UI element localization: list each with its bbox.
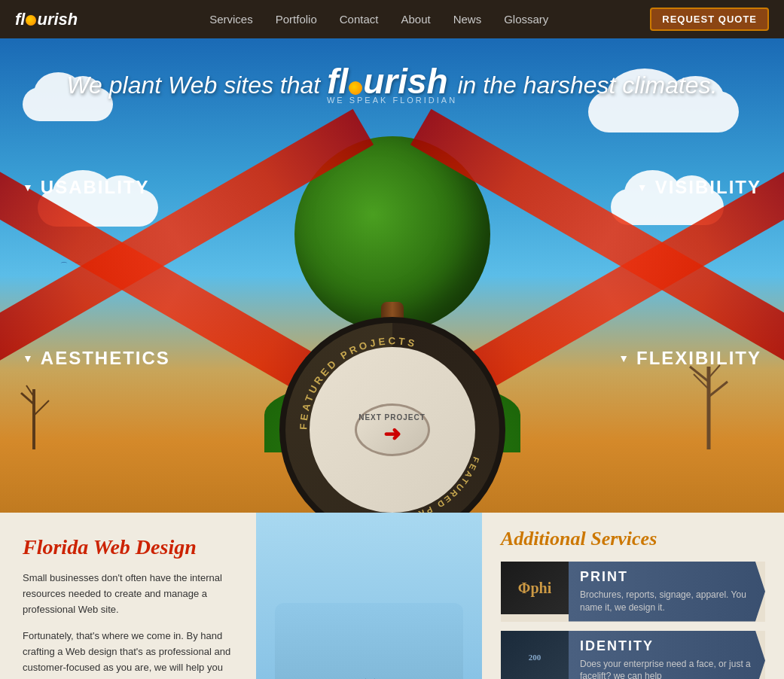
chevron-visibility: ▼ [637,181,649,193]
identity-icon: 200 [526,650,545,665]
chevron-flexibility: ▼ [618,352,630,364]
usability-label: USABILITY [41,177,150,198]
print-thumbnail: Φphi [501,562,569,614]
svg-line-2 [34,400,49,416]
navigation: flurish Services Portfolio Contact About… [0,0,784,38]
next-project-button[interactable]: NEXT PROJECT ➜ [355,403,430,456]
nav-news[interactable]: News [453,13,482,26]
florida-paragraph-2: Fortunately, that's where we come in. By… [23,629,233,679]
chevron-usability: ▼ [23,181,35,193]
logo[interactable]: flurish [15,10,78,29]
florida-section: Florida Web Design Small businesses don'… [0,513,256,679]
nav-portfolio[interactable]: Portfolio [276,13,317,26]
ribbon-usability[interactable]: ▼ USABILITY [23,167,150,208]
featured-project-image-section: Chi✕Phi [256,513,482,679]
aesthetics-label: AESTHETICS [41,348,170,369]
ribbon-aesthetics[interactable]: ▼ AESTHETICS [23,338,170,379]
ribbon-flexibility[interactable]: ▼ FLEXIBILITY [618,338,761,379]
print-icon: Φphi [518,580,551,597]
nav-glossary[interactable]: Glossary [504,13,548,26]
print-service-desc: Brochures, reports, signage, apparel. Yo… [580,589,754,614]
nav-about[interactable]: About [401,13,430,26]
chevron-aesthetics: ▼ [23,352,35,364]
project-thumbnail: Chi✕Phi [275,603,463,679]
headline-before: We plant Web sites that [66,72,320,99]
service-card-print[interactable]: Φphi PRINT Brochures, reports, signage, … [501,562,765,622]
print-service-content: PRINT Brochures, reports, signage, appar… [569,562,765,622]
visibility-label: VISIBILITY [655,177,761,198]
flexibility-label: FLEXIBILITY [636,348,761,369]
svg-line-6 [709,382,728,397]
additional-title: Additional Services [501,528,765,550]
hero-section: ⌒ ⌒ ⌒ We plant Web sites that flurish in… [0,38,784,513]
identity-service-content: IDENTITY Does your enterprise need a fac… [569,631,765,679]
hero-headline: We plant Web sites that flurish in the h… [0,38,784,102]
ribbon-visibility[interactable]: ▼ VISIBILITY [637,167,761,208]
headline-after: in the harshest climates. [457,72,717,99]
service-card-identity[interactable]: 200 IDENTITY Does your enterprise need a… [501,631,765,679]
logo-text: flurish [15,10,78,29]
bottom-section: Florida Web Design Small businesses don'… [0,513,784,679]
hero-subtitle: WE SPEAK FLORIDIAN [0,96,784,105]
identity-service-title: IDENTITY [580,638,754,654]
logo-orange-dot [26,15,36,26]
florida-title: Florida Web Design [23,535,233,559]
identity-service-desc: Does your enterprise need a face, or jus… [580,658,754,679]
florida-paragraph-1: Small businesses don't often have the in… [23,571,233,617]
nav-contact[interactable]: Contact [340,13,379,26]
additional-services-section: Additional Services Φphi PRINT Brochures… [482,513,784,679]
nav-services[interactable]: Services [209,13,253,26]
request-quote-button[interactable]: REQUEST QUOTE [650,8,769,31]
nav-links: Services Portfolio Contact About News Gl… [108,13,650,26]
dead-tree-left [15,374,53,452]
featured-inner: NEXT PROJECT ➜ [310,347,475,513]
next-arrow-icon: ➜ [383,422,401,446]
featured-projects-circle[interactable]: FEATURED PROJECTS FEATURED PROJECTS NEXT… [279,317,505,513]
identity-thumbnail: 200 [501,631,569,679]
print-service-title: PRINT [580,569,754,585]
